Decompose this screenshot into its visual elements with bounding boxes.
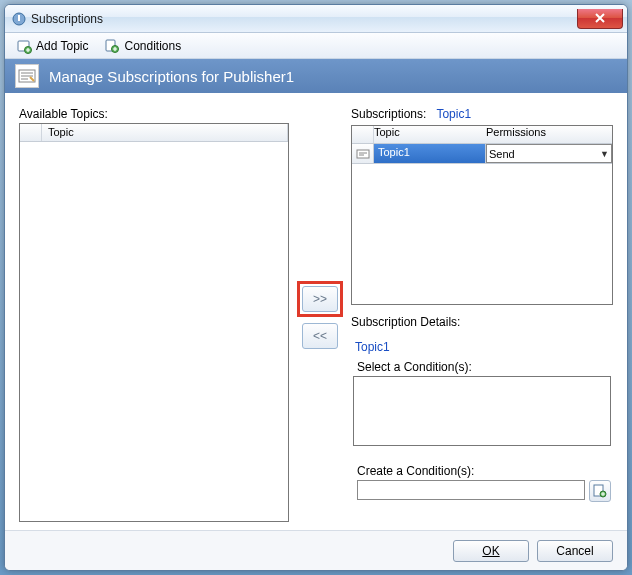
table-row[interactable]: Topic1 Send ▼ (352, 144, 612, 164)
row-handle-icon (352, 144, 374, 164)
subscriptions-label: Subscriptions: (351, 107, 426, 121)
right-panel: Subscriptions: Topic1 Topic Permissions … (351, 107, 613, 522)
available-grid-header: Topic (20, 124, 288, 142)
create-condition-button[interactable] (589, 480, 611, 502)
svg-rect-1 (18, 15, 20, 21)
subscription-details: Subscription Details: Topic1 Select a Co… (351, 315, 613, 510)
create-condition-input[interactable] (357, 480, 585, 500)
permission-select[interactable]: Send ▼ (486, 144, 612, 163)
window-icon (11, 11, 27, 27)
svg-rect-7 (357, 150, 369, 158)
add-condition-icon (593, 484, 607, 498)
available-panel: Available Topics: Topic (19, 107, 289, 522)
ok-button[interactable]: OK (453, 540, 529, 562)
transfer-buttons: >> << (297, 107, 343, 522)
conditions-list[interactable] (353, 376, 611, 446)
subscriptions-grid-header: Topic Permissions (352, 126, 612, 144)
banner: Manage Subscriptions for Publisher1 (5, 59, 627, 93)
titlebar: Subscriptions (5, 5, 627, 33)
subs-col-permissions[interactable]: Permissions (486, 126, 612, 143)
subscriptions-grid[interactable]: Topic Permissions Topic1 Send ▼ (351, 125, 613, 305)
move-right-button[interactable]: >> (302, 286, 338, 312)
add-topic-label: Add Topic (36, 39, 88, 53)
current-subscription-link[interactable]: Topic1 (436, 107, 471, 121)
dropdown-arrow-icon: ▼ (600, 149, 609, 159)
details-topic-link[interactable]: Topic1 (355, 340, 611, 354)
details-label: Subscription Details: (351, 315, 613, 329)
move-left-button[interactable]: << (302, 323, 338, 349)
banner-icon (15, 64, 39, 88)
window-title: Subscriptions (31, 12, 103, 26)
available-label: Available Topics: (19, 107, 289, 121)
close-button[interactable] (577, 9, 623, 29)
add-topic-icon (16, 38, 32, 54)
available-col-topic[interactable]: Topic (42, 124, 288, 141)
content-area: Available Topics: Topic >> << Subscripti… (5, 93, 627, 530)
conditions-button[interactable]: Conditions (97, 35, 188, 57)
row-topic[interactable]: Topic1 (374, 144, 486, 164)
add-topic-button[interactable]: Add Topic (9, 35, 95, 57)
highlight-annotation: >> (297, 281, 343, 317)
conditions-label: Conditions (124, 39, 181, 53)
permission-value: Send (489, 148, 515, 160)
dialog-footer: OK Cancel (5, 530, 627, 570)
subs-col-topic[interactable]: Topic (374, 126, 486, 143)
cancel-button[interactable]: Cancel (537, 540, 613, 562)
toolbar: Add Topic Conditions (5, 33, 627, 59)
available-topics-grid[interactable]: Topic (19, 123, 289, 522)
subscriptions-dialog: Subscriptions Add Topic Conditions (4, 4, 628, 571)
create-condition-label: Create a Condition(s): (357, 464, 611, 478)
banner-title: Manage Subscriptions for Publisher1 (49, 68, 294, 85)
select-condition-label: Select a Condition(s): (357, 360, 611, 374)
conditions-icon (104, 38, 120, 54)
